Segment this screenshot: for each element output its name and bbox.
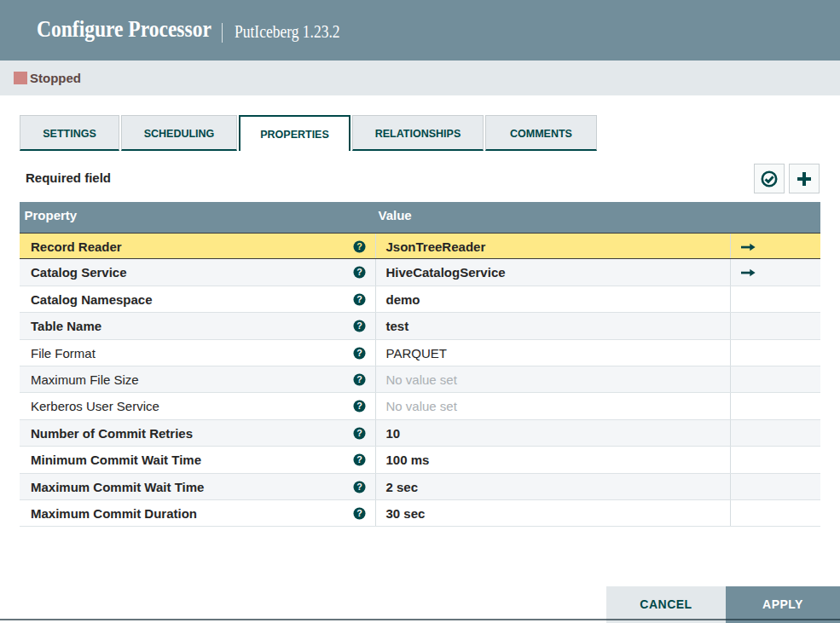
- svg-text:?: ?: [356, 374, 362, 384]
- svg-text:?: ?: [356, 294, 362, 304]
- svg-text:?: ?: [356, 508, 362, 518]
- svg-text:?: ?: [356, 267, 362, 277]
- svg-text:?: ?: [356, 428, 362, 438]
- svg-text:?: ?: [356, 347, 362, 357]
- svg-text:?: ?: [356, 401, 362, 411]
- svg-text:?: ?: [356, 454, 362, 464]
- svg-text:?: ?: [356, 241, 362, 251]
- svg-text:?: ?: [356, 320, 362, 331]
- svg-text:?: ?: [356, 481, 362, 491]
